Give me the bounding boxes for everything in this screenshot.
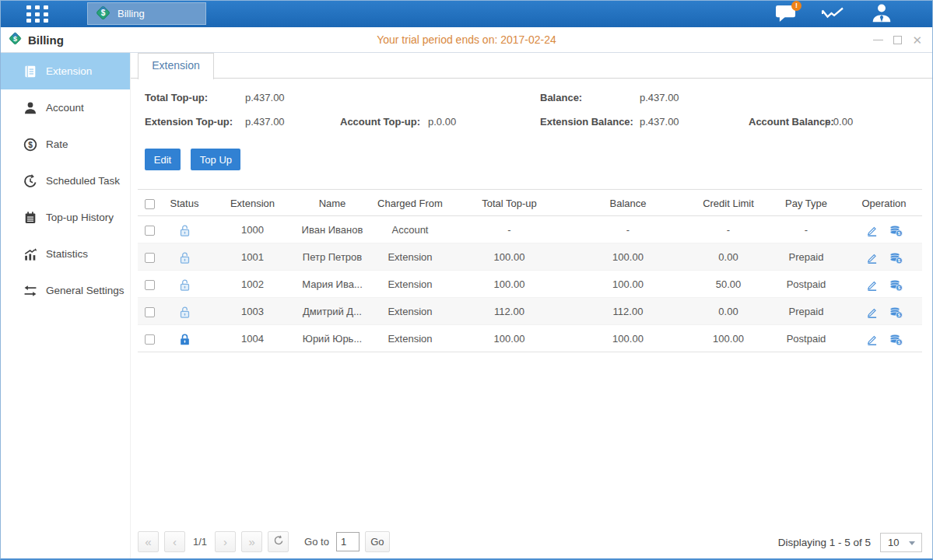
row-checkbox[interactable] [145,334,155,345]
user-account-icon[interactable] [871,3,893,26]
page-size-value: 10 [888,537,899,548]
tab-extension[interactable]: Extension [138,53,214,79]
row-checkbox[interactable] [145,253,155,263]
pagination: « ‹ 1/1 › » Go to Go [138,531,395,552]
statistics-chart-icon[interactable] [821,5,845,26]
billing-window-icon: $ [8,31,23,49]
name-cell: Юрий Юрь... [297,325,367,352]
sidebar-item-account[interactable]: Account [0,89,130,126]
minimize-button[interactable] [873,40,883,41]
svg-text:$: $ [101,9,106,17]
extension-cell: 1001 [208,243,297,270]
goto-page-input[interactable] [336,532,360,551]
maximize-button[interactable] [893,36,902,44]
sidebar-item-rate[interactable]: $Rate [0,126,130,163]
sidebar-item-scheduled-task[interactable]: Scheduled Task [0,163,130,199]
page-indicator: 1/1 [193,536,207,548]
top-bar: $ Billing ! [0,0,933,27]
table-row-extension-1004: 1004Юрий Юрь...Extension100.00100.00100.… [138,325,922,352]
taskbar-tab-label: Billing [118,8,145,19]
app-launcher-icon[interactable] [26,5,56,23]
pay-type-cell: - [766,216,846,243]
edit-icon[interactable] [865,243,879,270]
pay-type-cell: Prepaid [766,243,846,270]
page-size-select[interactable]: 10 [880,533,922,552]
extension-icon [23,65,37,79]
column-header-operation: Operation [846,190,922,215]
rate-icon: $ [23,138,37,152]
total-topup-cell: 100.00 [453,325,566,352]
title-bar: $ Billing Your trial period ends on: 201… [0,27,933,53]
operation-cell: $ [846,298,922,324]
extension-topup-label: Extension Top-up: [145,116,233,128]
topup-icon[interactable]: $ [889,216,903,243]
extension-cell: 1004 [208,325,297,352]
topup-history-icon [23,211,37,225]
name-cell: Иван Иванов [297,216,367,243]
pay-type-cell: Prepaid [766,298,846,324]
locked-icon [178,333,191,345]
first-page-button[interactable]: « [138,531,159,552]
column-header-total-top-up: Total Top-up [453,190,566,215]
edit-icon[interactable] [865,271,879,297]
prev-page-button[interactable]: ‹ [164,531,185,552]
name-cell: Дмитрий Д... [297,298,367,324]
table-row-extension-1003: 1003Дмитрий Д...Extension112.00112.000.0… [138,298,922,325]
statistics-icon [23,247,37,261]
extension-cell: 1002 [208,271,297,297]
go-button[interactable]: Go [365,531,390,552]
balance-cell: - [566,216,690,243]
topup-icon[interactable]: $ [889,325,903,352]
edit-button[interactable]: Edit [145,149,181,170]
topup-icon[interactable]: $ [889,271,903,297]
general-settings-icon [23,284,37,298]
account-icon [23,101,37,115]
total-topup-cell: 100.00 [453,243,566,270]
operation-cell: $ [846,216,922,243]
chevron-down-icon [909,541,915,545]
row-checkbox[interactable] [145,280,155,290]
account-topup-label: Account Top-up: [340,116,420,128]
extension-cell: 1000 [208,216,297,243]
charged-from-cell: Extension [367,298,453,324]
unlocked-icon [178,224,191,236]
extension-balance-label: Extension Balance: [540,116,633,128]
charged-from-cell: Account [367,216,453,243]
top-up-button[interactable]: Top Up [191,149,240,170]
select-all-checkbox[interactable] [145,199,155,209]
action-buttons: Edit Top Up [131,149,933,181]
extension-topup-value: p.437.00 [245,116,285,128]
edit-icon[interactable] [865,298,879,324]
unlocked-icon [178,278,191,290]
charged-from-cell: Extension [367,243,453,270]
sidebar-item-statistics[interactable]: Statistics [0,236,130,272]
pay-type-cell: Postpaid [766,271,846,297]
row-checkbox[interactable] [145,226,155,236]
extensions-table: StatusExtensionNameCharged FromTotal Top… [138,189,922,352]
close-button[interactable]: ✕ [912,36,922,44]
charged-from-cell: Extension [367,325,453,352]
operation-cell: $ [846,271,922,297]
column-header-balance: Balance [566,190,690,215]
refresh-button[interactable] [268,531,289,552]
sidebar-item-general-settings[interactable]: General Settings [0,272,130,309]
messages-icon[interactable]: ! [775,4,798,26]
edit-icon[interactable] [865,325,879,352]
svg-text:$: $ [13,35,17,43]
taskbar-tab-billing[interactable]: $ Billing [87,2,206,25]
trial-notice: Your trial period ends on: 2017-02-24 [0,27,933,53]
sidebar-item-top-up-history[interactable]: Top-up History [0,199,130,236]
unlocked-icon [178,306,191,317]
balance-cell: 100.00 [566,243,690,270]
last-page-button[interactable]: » [241,531,262,552]
row-checkbox[interactable] [145,307,155,317]
sidebar-item-extension[interactable]: Extension [0,53,130,89]
account-balance-value: p.0.00 [825,116,853,128]
total-topup-label: Total Top-up: [145,92,208,103]
edit-icon[interactable] [865,216,879,243]
next-page-button[interactable]: › [215,531,236,552]
topup-icon[interactable]: $ [889,298,903,324]
balance-cell: 100.00 [566,271,690,297]
tab-bar: Extension [131,53,933,79]
topup-icon[interactable]: $ [889,243,903,270]
